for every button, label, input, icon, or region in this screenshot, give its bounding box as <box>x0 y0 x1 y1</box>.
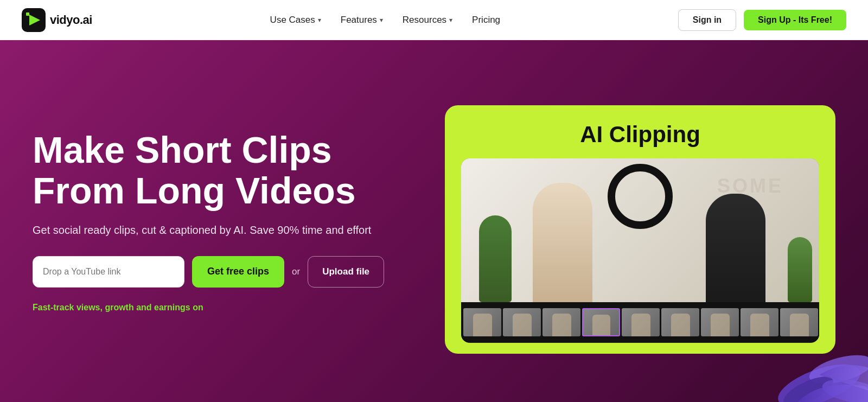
video-preview: SOMEFAOR <box>461 158 819 343</box>
chevron-down-icon: ▾ <box>380 16 383 24</box>
nav-pricing[interactable]: Pricing <box>472 15 500 25</box>
ring-light <box>608 164 673 229</box>
person1 <box>533 183 592 302</box>
signup-button[interactable]: Sign Up - Its Free! <box>744 10 846 30</box>
youtube-link-input[interactable] <box>33 256 184 288</box>
get-free-clips-button[interactable]: Get free clips <box>192 256 284 288</box>
chevron-down-icon: ▾ <box>449 16 452 24</box>
hero-input-row: Get free clips or Upload file <box>33 256 412 288</box>
plant-right <box>788 237 812 302</box>
filmstrip-thumb <box>503 308 541 336</box>
or-divider: or <box>292 266 300 277</box>
logo-icon <box>22 8 46 32</box>
filmstrip-thumb-active <box>582 308 620 336</box>
hero-title: Make Short Clips From Long Videos <box>33 130 412 211</box>
nav-resources[interactable]: Resources ▾ <box>403 15 452 25</box>
navbar: vidyo.ai Use Cases ▾ Features ▾ Resource… <box>0 0 868 40</box>
hero-section: Make Short Clips From Long Videos Get so… <box>0 40 868 402</box>
nav-center: Use Cases ▾ Features ▾ Resources ▾ Prici… <box>270 15 500 25</box>
filmstrip-thumb <box>741 308 778 336</box>
filmstrip-thumb <box>542 308 580 336</box>
person2 <box>706 194 765 302</box>
signin-button[interactable]: Sign in <box>678 9 736 31</box>
hero-footer-text: Fast-track views, growth and earnings on <box>33 303 412 312</box>
scene-background: SOMEFAOR <box>461 158 819 302</box>
filmstrip-thumb <box>780 308 818 336</box>
chevron-down-icon: ▾ <box>318 16 321 24</box>
upload-file-button[interactable]: Upload file <box>308 256 384 288</box>
svg-rect-2 <box>26 12 29 16</box>
nav-use-cases[interactable]: Use Cases ▾ <box>270 15 321 25</box>
logo[interactable]: vidyo.ai <box>22 8 92 32</box>
ai-card-title: AI Clipping <box>461 122 819 148</box>
logo-text: vidyo.ai <box>50 13 92 27</box>
filmstrip-thumb <box>622 308 660 336</box>
nav-features[interactable]: Features ▾ <box>341 15 383 25</box>
filmstrip-thumb <box>701 308 739 336</box>
hero-left: Make Short Clips From Long Videos Get so… <box>33 130 412 312</box>
hero-right: AI Clipping SOMEFAOR <box>412 89 835 354</box>
plant-left <box>479 215 512 302</box>
video-scene: SOMEFAOR <box>461 158 819 302</box>
nav-right: Sign in Sign Up - Its Free! <box>678 9 846 31</box>
filmstrip-thumb <box>661 308 699 336</box>
filmstrip <box>461 302 819 343</box>
ai-clipping-card: AI Clipping SOMEFAOR <box>445 105 835 354</box>
filmstrip-thumb <box>463 308 501 336</box>
hero-subtitle: Get social ready clips, cut & captioned … <box>33 224 412 237</box>
